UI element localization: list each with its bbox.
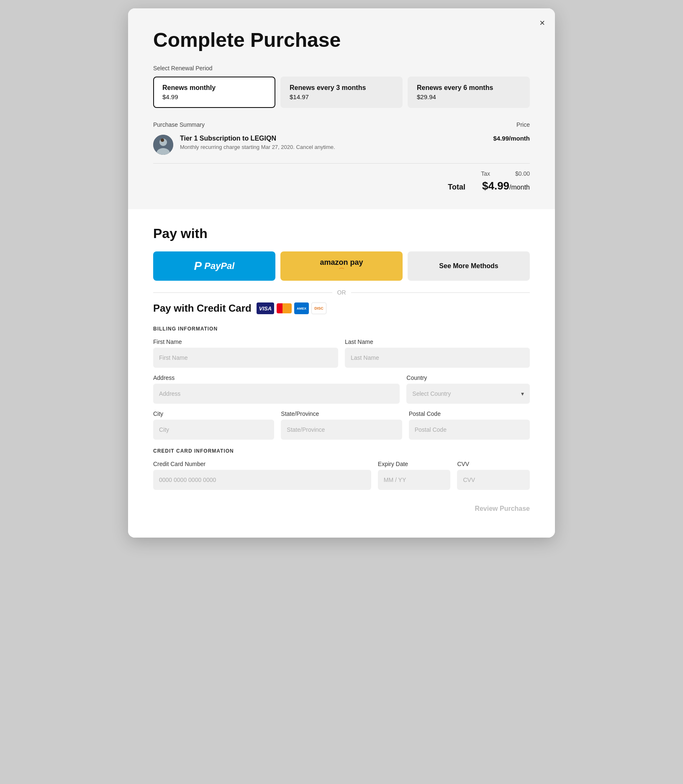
amazon-pay-button[interactable]: amazon pay ⌒ bbox=[280, 251, 403, 281]
city-group: City bbox=[153, 410, 274, 440]
credit-card-title: Pay with Credit Card bbox=[153, 302, 252, 314]
postal-group: Postal Code bbox=[409, 410, 530, 440]
credit-card-header: Pay with Credit Card VISA AMEX DISC bbox=[153, 302, 530, 314]
top-section: Complete Purchase Select Renewal Period … bbox=[128, 8, 555, 209]
renewal-price-6months: $29.94 bbox=[417, 93, 521, 100]
last-name-input[interactable] bbox=[345, 348, 530, 368]
cvv-label: CVV bbox=[457, 461, 530, 467]
total-row: Total $4.99/month bbox=[153, 179, 530, 192]
address-country-row: Address Country Select Country ▾ bbox=[153, 374, 530, 404]
see-more-methods-button[interactable]: See More Methods bbox=[408, 251, 530, 281]
country-select[interactable]: Select Country bbox=[406, 384, 530, 404]
totals: Tax $0.00 Total $4.99/month bbox=[153, 170, 530, 192]
billing-section-title: BILLING INFORMATION bbox=[153, 326, 530, 332]
postal-input[interactable] bbox=[409, 420, 530, 440]
card-info-row: Credit Card Number Expiry Date CVV bbox=[153, 461, 530, 490]
paypal-button[interactable]: P PayPal bbox=[153, 251, 275, 281]
renewal-period-3months: Renews every 3 months bbox=[290, 84, 393, 92]
country-group: Country Select Country ▾ bbox=[406, 374, 530, 404]
page-title: Complete Purchase bbox=[153, 28, 530, 51]
tax-label: Tax bbox=[481, 170, 490, 177]
card-number-label: Credit Card Number bbox=[153, 461, 371, 467]
address-input[interactable] bbox=[153, 384, 400, 404]
country-label: Country bbox=[406, 374, 530, 381]
tax-row: Tax $0.00 bbox=[153, 170, 530, 177]
city-label: City bbox=[153, 410, 274, 417]
summary-title: Tier 1 Subscription to LEGIQN bbox=[180, 135, 486, 142]
amazon-logo: amazon pay ⌒ bbox=[320, 258, 363, 274]
card-number-input[interactable] bbox=[153, 470, 371, 490]
renewal-period-label: Select Renewal Period bbox=[153, 65, 530, 72]
renewal-period-6months: Renews every 6 months bbox=[417, 84, 521, 92]
address-group: Address bbox=[153, 374, 400, 404]
name-row: First Name Last Name bbox=[153, 338, 530, 368]
last-name-group: Last Name bbox=[345, 338, 530, 368]
expiry-label: Expiry Date bbox=[378, 461, 451, 467]
state-label: State/Province bbox=[281, 410, 402, 417]
discover-icon: DISC bbox=[311, 302, 326, 314]
cvv-group: CVV bbox=[457, 461, 530, 490]
amazon-arrow-icon: ⌒ bbox=[339, 267, 344, 274]
city-state-postal-row: City State/Province Postal Code bbox=[153, 410, 530, 440]
postal-label: Postal Code bbox=[409, 410, 530, 417]
summary-row: Tier 1 Subscription to LEGIQN Monthly re… bbox=[153, 135, 530, 164]
review-purchase-button[interactable]: Review Purchase bbox=[475, 500, 530, 518]
renewal-option-monthly[interactable]: Renews monthly $4.99 bbox=[153, 77, 275, 108]
purchase-summary-label: Purchase Summary bbox=[153, 121, 205, 128]
price-col-label: Price bbox=[516, 121, 530, 128]
total-price: $4.99/month bbox=[482, 179, 530, 192]
state-input[interactable] bbox=[281, 420, 402, 440]
visa-icon: VISA bbox=[257, 302, 274, 314]
expiry-group: Expiry Date bbox=[378, 461, 451, 490]
amex-icon: AMEX bbox=[294, 302, 309, 314]
renewal-period-monthly: Renews monthly bbox=[162, 84, 266, 92]
payment-buttons: P PayPal amazon pay ⌒ See More Methods bbox=[153, 251, 530, 281]
country-select-wrapper: Select Country ▾ bbox=[406, 384, 530, 404]
first-name-label: First Name bbox=[153, 338, 338, 345]
or-divider: OR bbox=[153, 289, 530, 296]
renewal-option-3months[interactable]: Renews every 3 months $14.97 bbox=[280, 77, 403, 108]
city-input[interactable] bbox=[153, 420, 274, 440]
address-label: Address bbox=[153, 374, 400, 381]
pay-with-title: Pay with bbox=[153, 226, 530, 241]
summary-desc: Monthly recurring charge starting Mar 27… bbox=[180, 144, 486, 150]
total-label: Total bbox=[448, 183, 465, 192]
last-name-label: Last Name bbox=[345, 338, 530, 345]
expiry-input[interactable] bbox=[378, 470, 451, 490]
close-button[interactable]: × bbox=[539, 18, 545, 28]
state-group: State/Province bbox=[281, 410, 402, 440]
purchase-modal: × Complete Purchase Select Renewal Perio… bbox=[128, 8, 555, 538]
cvv-input[interactable] bbox=[457, 470, 530, 490]
card-icons: VISA AMEX DISC bbox=[257, 302, 326, 314]
bottom-section: Pay with P PayPal amazon pay ⌒ See More … bbox=[128, 209, 555, 538]
renewal-option-6months[interactable]: Renews every 6 months $29.94 bbox=[408, 77, 530, 108]
credit-section-title: CREDIT CARD INFORMATION bbox=[153, 448, 530, 454]
svg-point-3 bbox=[161, 138, 164, 142]
summary-price: $4.99/month bbox=[493, 135, 530, 142]
renewal-options: Renews monthly $4.99 Renews every 3 mont… bbox=[153, 77, 530, 108]
summary-info: Tier 1 Subscription to LEGIQN Monthly re… bbox=[180, 135, 486, 150]
tax-value: $0.00 bbox=[515, 170, 530, 177]
paypal-logo: P PayPal bbox=[194, 259, 235, 273]
first-name-group: First Name bbox=[153, 338, 338, 368]
mastercard-icon bbox=[277, 303, 292, 313]
renewal-price-monthly: $4.99 bbox=[162, 93, 266, 100]
first-name-input[interactable] bbox=[153, 348, 338, 368]
review-row: Review Purchase bbox=[153, 500, 530, 518]
card-number-group: Credit Card Number bbox=[153, 461, 371, 490]
avatar bbox=[153, 135, 173, 155]
renewal-price-3months: $14.97 bbox=[290, 93, 393, 100]
purchase-summary-header: Purchase Summary Price bbox=[153, 121, 530, 128]
